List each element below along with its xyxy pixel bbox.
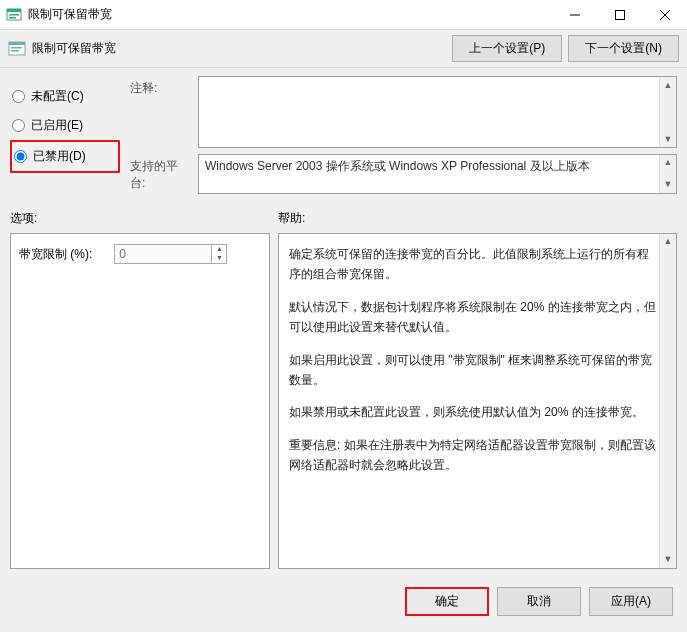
maximize-button[interactable]	[597, 0, 642, 30]
svg-rect-10	[11, 47, 22, 49]
spinner-down-icon[interactable]: ▼	[212, 254, 226, 263]
help-p1: 确定系统可保留的连接带宽的百分比。此值限制系统上运行的所有程序的组合带宽保留。	[289, 244, 656, 285]
platform-scroll-down-icon[interactable]: ▼	[660, 177, 676, 193]
platform-scroll-up-icon[interactable]: ▲	[660, 155, 676, 171]
cancel-button[interactable]: 取消	[497, 587, 581, 616]
app-icon	[6, 7, 22, 23]
titlebar: 限制可保留带宽	[0, 0, 687, 30]
platform-text: Windows Server 2003 操作系统或 Windows XP Pro…	[205, 159, 590, 173]
help-panel: 确定系统可保留的连接带宽的百分比。此值限制系统上运行的所有程序的组合带宽保留。 …	[278, 233, 677, 569]
radio-disabled-input[interactable]	[14, 150, 27, 163]
window-title: 限制可保留带宽	[28, 6, 112, 23]
toolbar-title: 限制可保留带宽	[32, 40, 116, 57]
help-p3: 如果启用此设置，则可以使用 "带宽限制" 框来调整系统可保留的带宽数量。	[289, 350, 656, 391]
apply-button[interactable]: 应用(A)	[589, 587, 673, 616]
options-panel: 带宽限制 (%): ▲ ▼	[10, 233, 270, 569]
radio-disabled-label: 已禁用(D)	[33, 148, 86, 165]
state-radio-group: 未配置(C) 已启用(E) 已禁用(D)	[10, 76, 120, 194]
radio-enabled[interactable]: 已启用(E)	[10, 111, 120, 140]
comment-scroll-up-icon[interactable]: ▲	[660, 77, 676, 93]
svg-rect-5	[615, 10, 624, 19]
policy-icon	[8, 40, 26, 58]
comment-label: 注释:	[130, 76, 190, 97]
platform-label: 支持的平台:	[130, 154, 190, 192]
bandwidth-limit-label: 带宽限制 (%):	[19, 246, 92, 263]
radio-enabled-input[interactable]	[12, 119, 25, 132]
bandwidth-input[interactable]	[115, 245, 211, 263]
help-p5: 重要信息: 如果在注册表中为特定网络适配器设置带宽限制，则配置该网络适配器时就会…	[289, 435, 656, 476]
bandwidth-spinner[interactable]: ▲ ▼	[114, 244, 227, 264]
minimize-button[interactable]	[552, 0, 597, 30]
svg-rect-1	[7, 9, 21, 12]
svg-rect-11	[11, 50, 19, 52]
platform-textbox: Windows Server 2003 操作系统或 Windows XP Pro…	[198, 154, 677, 194]
prev-setting-button[interactable]: 上一个设置(P)	[452, 35, 562, 62]
svg-rect-2	[9, 14, 19, 16]
svg-rect-3	[9, 17, 16, 19]
toolbar: 限制可保留带宽 上一个设置(P) 下一个设置(N)	[0, 30, 687, 68]
comment-scroll-down-icon[interactable]: ▼	[660, 131, 676, 147]
radio-not-configured-label: 未配置(C)	[31, 88, 84, 105]
radio-not-configured[interactable]: 未配置(C)	[10, 82, 120, 111]
help-label: 帮助:	[278, 210, 305, 227]
close-button[interactable]	[642, 0, 687, 30]
next-setting-button[interactable]: 下一个设置(N)	[568, 35, 679, 62]
radio-enabled-label: 已启用(E)	[31, 117, 83, 134]
radio-disabled[interactable]: 已禁用(D)	[10, 140, 120, 173]
help-p4: 如果禁用或未配置此设置，则系统使用默认值为 20% 的连接带宽。	[289, 402, 656, 422]
options-label: 选项:	[10, 210, 278, 227]
window-controls	[552, 0, 687, 30]
ok-button[interactable]: 确定	[405, 587, 489, 616]
comment-textbox[interactable]: ▲ ▼	[198, 76, 677, 148]
radio-not-configured-input[interactable]	[12, 90, 25, 103]
spinner-up-icon[interactable]: ▲	[212, 245, 226, 254]
footer: 确定 取消 应用(A)	[0, 577, 687, 626]
svg-rect-9	[9, 42, 25, 45]
help-scroll-up-icon[interactable]: ▲	[660, 234, 676, 250]
help-p2: 默认情况下，数据包计划程序将系统限制在 20% 的连接带宽之内，但可以使用此设置…	[289, 297, 656, 338]
help-scroll-down-icon[interactable]: ▼	[660, 552, 676, 568]
